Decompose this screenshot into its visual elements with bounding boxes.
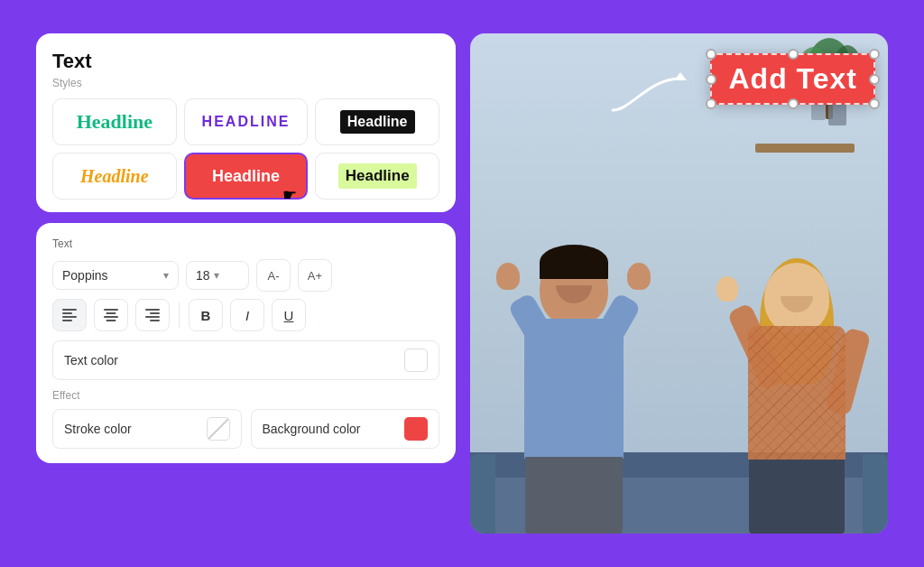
styles-card: Text Styles Headline HEADLINE Headline H… — [36, 33, 456, 212]
style-item-3[interactable]: Headline — [315, 98, 439, 145]
bold-button[interactable]: B — [189, 299, 223, 331]
font-select[interactable]: Poppins ▾ — [52, 261, 179, 290]
text-controls-card: Text Poppins ▾ 18 ▾ A- A+ — [36, 223, 456, 463]
text-color-label: Text color — [64, 353, 118, 367]
handle-mr[interactable] — [869, 74, 880, 85]
add-text-label: Add Text — [728, 62, 857, 96]
bg-color-swatch[interactable] — [404, 417, 428, 441]
increase-font-button[interactable]: A+ — [298, 259, 332, 292]
effect-row: Stroke color Background color — [52, 409, 439, 449]
style-label-5: Headline — [212, 167, 280, 186]
stroke-color-item[interactable]: Stroke color — [52, 409, 242, 449]
handle-tl[interactable] — [706, 49, 716, 60]
text-color-swatch[interactable] — [404, 349, 428, 372]
align-left-button[interactable] — [52, 299, 87, 331]
style-label-6: Headline — [338, 163, 417, 189]
svg-rect-5 — [106, 312, 116, 314]
stroke-color-label: Stroke color — [64, 422, 132, 436]
svg-rect-11 — [150, 320, 160, 321]
style-item-1[interactable]: Headline — [52, 98, 177, 145]
effect-section-label: Effect — [52, 389, 439, 402]
font-size: 18 — [196, 268, 210, 283]
photo-background: Add Text — [470, 33, 888, 534]
svg-rect-3 — [62, 320, 72, 321]
style-item-4[interactable]: Headline — [52, 153, 177, 200]
handle-tm[interactable] — [788, 49, 799, 60]
decrease-label: A- — [268, 269, 280, 283]
canvas-panel: Add Text — [470, 33, 888, 534]
arrow — [604, 60, 694, 124]
shelf — [755, 144, 855, 153]
styles-grid: Headline HEADLINE Headline Headline Head… — [52, 98, 439, 200]
align-left-icon — [62, 309, 77, 321]
panel-title: Text — [52, 50, 439, 73]
align-right-button[interactable] — [135, 299, 170, 331]
size-select[interactable]: 18 ▾ — [186, 261, 249, 290]
style-item-2[interactable]: HEADLINE — [184, 98, 309, 145]
style-label-4: Headline — [80, 166, 149, 187]
italic-label: I — [245, 308, 249, 323]
handle-br[interactable] — [869, 98, 880, 109]
italic-button[interactable]: I — [230, 299, 264, 331]
format-row: B I U — [52, 299, 439, 331]
size-chevron: ▾ — [214, 269, 219, 282]
text-section-label: Text — [52, 237, 439, 250]
svg-rect-9 — [150, 312, 160, 314]
style-label-1: Headline — [77, 110, 152, 134]
add-text-box[interactable]: Add Text — [710, 53, 875, 105]
cursor-icon: ☛ — [282, 185, 297, 205]
text-color-row[interactable]: Text color — [52, 340, 439, 380]
style-item-6[interactable]: Headline — [315, 153, 439, 200]
bold-label: B — [201, 308, 211, 323]
increase-label: A+ — [308, 269, 322, 283]
font-name: Poppins — [62, 268, 108, 283]
handle-tr[interactable] — [869, 49, 880, 60]
align-right-icon — [145, 309, 160, 321]
handle-ml[interactable] — [706, 74, 716, 85]
svg-rect-2 — [62, 316, 77, 318]
font-chevron: ▾ — [163, 269, 169, 282]
svg-rect-4 — [104, 309, 118, 311]
style-item-5[interactable]: Headline ☛ — [184, 153, 309, 200]
align-center-icon — [104, 309, 118, 321]
svg-rect-0 — [62, 309, 77, 311]
decrease-font-button[interactable]: A- — [256, 259, 291, 292]
underline-button[interactable]: U — [272, 299, 306, 331]
left-panel: Text Styles Headline HEADLINE Headline H… — [36, 33, 456, 534]
bg-color-item[interactable]: Background color — [251, 409, 440, 449]
svg-rect-7 — [106, 320, 116, 321]
svg-rect-6 — [104, 316, 118, 318]
stroke-slash-icon — [207, 417, 230, 441]
style-label-3: Headline — [340, 110, 415, 134]
svg-rect-8 — [145, 309, 160, 311]
underline-label: U — [284, 308, 294, 323]
svg-rect-10 — [145, 316, 160, 318]
font-row: Poppins ▾ 18 ▾ A- A+ — [52, 259, 439, 292]
svg-marker-12 — [674, 72, 687, 80]
svg-rect-1 — [62, 312, 72, 314]
separator1 — [179, 302, 180, 328]
align-center-button[interactable] — [94, 299, 128, 331]
handle-bm[interactable] — [788, 98, 799, 109]
styles-section-label: Styles — [52, 77, 439, 89]
style-label-2: HEADLINE — [202, 114, 291, 130]
bg-color-label: Background color — [263, 422, 361, 436]
